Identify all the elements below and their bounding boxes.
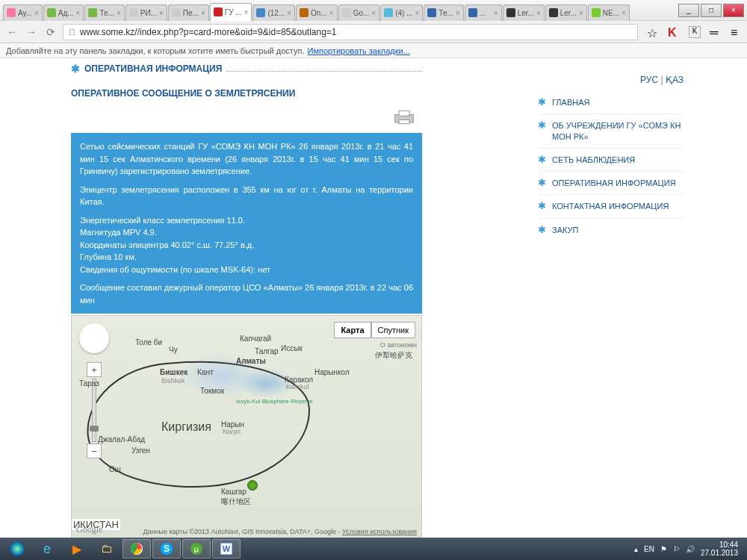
bookmarks-hint-text: Добавляйте на эту панель закладки, к кот… <box>6 46 304 55</box>
browser-tab[interactable]: Те...× <box>84 4 124 21</box>
tab-close-icon[interactable]: × <box>371 9 376 17</box>
taskbar-media[interactable]: ▶ <box>63 539 91 559</box>
sidebar-item[interactable]: ✱КОНТАКТНАЯ ИНФОРМАЦИЯ <box>538 194 684 217</box>
browser-tab[interactable]: Ler...× <box>503 4 545 21</box>
wrench-icon[interactable]: ═ <box>710 26 722 38</box>
epicenter-marker[interactable] <box>247 480 258 491</box>
browser-tab[interactable]: Те...× <box>424 4 463 21</box>
browser-tab[interactable]: РИ...× <box>125 4 167 21</box>
tray-lang[interactable]: EN <box>644 545 654 553</box>
browser-tab[interactable]: Ад...× <box>43 4 84 21</box>
map-city-karakol-en: Karakol <box>286 383 309 391</box>
map-terms-link[interactable]: Условия использования <box>342 528 417 535</box>
browser-tab[interactable]: Пе...× <box>168 4 209 21</box>
tab-close-icon[interactable]: × <box>117 9 121 17</box>
url-input[interactable]: 🗋 www.some.kz//index.php?p=card-more&oid… <box>63 24 638 40</box>
asterisk-icon: ✱ <box>538 155 546 164</box>
tab-close-icon[interactable]: × <box>159 9 164 17</box>
sidebar-item-label: ОБ УЧРЕЖДЕНИИ ГУ «СОМЭ КН МОН РК» <box>552 120 684 142</box>
tab-close-icon[interactable]: × <box>579 9 583 17</box>
browser-toolbar: ← → ⟳ 🗋 www.some.kz//index.php?p=card-mo… <box>0 21 747 43</box>
taskbar-skype[interactable]: S <box>152 539 181 559</box>
map-city-bishkek: Бишкек <box>160 368 187 376</box>
map-tab-map[interactable]: Карта <box>334 322 371 338</box>
tray-sound-icon[interactable]: 🔊 <box>686 545 695 553</box>
browser-tab[interactable]: (4) ...× <box>380 4 423 21</box>
extension-icon[interactable]: K <box>689 26 701 38</box>
svg-text:W: W <box>223 544 231 553</box>
tab-close-icon[interactable]: × <box>622 9 626 17</box>
browser-tab[interactable]: Ау...× <box>3 4 43 21</box>
browser-tabs: Ау...×Ад...×Те...×РИ...×Пе...×ГУ ...×(12… <box>3 0 677 21</box>
window-close-button[interactable]: × <box>723 4 744 17</box>
lang-kaz-link[interactable]: ҚАЗ <box>666 75 684 85</box>
browser-tab[interactable]: Ler...× <box>545 4 587 21</box>
taskbar-explorer[interactable]: 🗀 <box>93 539 121 559</box>
import-bookmarks-link[interactable]: Импортировать закладки... <box>307 46 409 55</box>
print-button[interactable] <box>78 109 415 128</box>
map-tab-satellite[interactable]: Спутник <box>371 322 415 338</box>
tab-close-icon[interactable]: × <box>287 9 291 17</box>
sidebar-item[interactable]: ✱ОБ УЧРЕЖДЕНИИ ГУ «СОМЭ КН МОН РК» <box>538 113 684 148</box>
tab-close-icon[interactable]: × <box>494 9 498 17</box>
map-city-talgar: Талгар <box>255 347 279 355</box>
tray-up-icon[interactable]: ▴ <box>634 545 638 553</box>
kaspersky-icon[interactable]: K <box>668 26 680 38</box>
menu-icon[interactable]: ≡ <box>731 26 743 38</box>
map-zoom-in-button[interactable]: + <box>87 362 102 377</box>
nav-back-button[interactable]: ← <box>4 25 19 40</box>
report-p3: Энергетический класс землетрясения 11.0.… <box>80 214 413 276</box>
report-footer: Сообщение составил дежурный оператор ЦСО… <box>80 281 413 306</box>
map-city-kant: Кант <box>197 368 214 376</box>
svg-rect-1 <box>399 111 409 116</box>
browser-tab[interactable]: Go...× <box>338 4 380 21</box>
tab-close-icon[interactable]: × <box>244 8 249 16</box>
tab-close-icon[interactable]: × <box>536 9 541 17</box>
map-widget[interactable]: + − Карта Спутник О автономн 伊犁哈萨克 Тараз… <box>71 315 422 539</box>
taskbar-chrome[interactable] <box>123 539 151 559</box>
sidebar-item-label: ЗАКУП <box>552 225 578 235</box>
tab-close-icon[interactable]: × <box>329 9 334 17</box>
browser-tab[interactable]: (12...× <box>252 4 295 21</box>
asterisk-icon: ✱ <box>538 97 546 107</box>
browser-tab[interactable]: NE...× <box>588 4 630 21</box>
lang-rus-link[interactable]: РУС <box>640 75 658 85</box>
browser-tab[interactable]: ГУ ...× <box>210 3 252 21</box>
sidebar-item-label: СЕТЬ НАБЛЮДЕНИЯ <box>552 155 635 165</box>
map-zoom-slider[interactable] <box>92 379 96 442</box>
window-minimize-button[interactable]: _ <box>678 4 699 17</box>
url-text: www.some.kz//index.php?p=card-more&oid=9… <box>80 27 337 37</box>
tray-flag-icon[interactable]: ⚐ <box>673 545 680 553</box>
sidebar-item[interactable]: ✱ГЛАВНАЯ <box>538 91 684 113</box>
nav-reload-button[interactable]: ⟳ <box>43 25 58 40</box>
asterisk-icon: ✱ <box>538 178 546 187</box>
taskbar-ie[interactable]: e <box>33 539 61 559</box>
tab-close-icon[interactable]: × <box>76 9 81 17</box>
taskbar-utorrent[interactable]: µ <box>182 539 211 559</box>
map-zoom-out-button[interactable]: − <box>87 444 102 458</box>
tab-close-icon[interactable]: × <box>456 9 460 17</box>
map-city-kashgar: Кашгар <box>221 488 247 496</box>
windows-taskbar: e ▶ 🗀 S µ W ▴ EN ⚑ ⚐ 🔊 10:44 27.01.2013 <box>0 538 747 560</box>
breadcrumb-label: ОПЕРАТИВНАЯ ИНФОРМАЦИЯ <box>84 63 222 74</box>
tray-clock[interactable]: 10:44 27.01.2013 <box>701 541 738 557</box>
map-zoom-control: + − <box>87 362 102 458</box>
sidebar-item[interactable]: ✱ЗАКУП <box>538 218 684 241</box>
taskbar-word[interactable]: W <box>212 539 241 559</box>
map-pan-control[interactable] <box>79 323 109 353</box>
sidebar-item[interactable]: ✱ОПЕРАТИВНАЯ ИНФОРМАЦИЯ <box>538 171 684 194</box>
sidebar-item[interactable]: ✱СЕТЬ НАБЛЮДЕНИЯ <box>538 148 684 171</box>
tray-message-icon[interactable]: ⚑ <box>660 545 667 553</box>
tab-close-icon[interactable]: × <box>34 9 39 17</box>
nav-forward-button[interactable]: → <box>24 25 39 40</box>
browser-tab[interactable]: On...× <box>296 4 338 21</box>
tab-close-icon[interactable]: × <box>415 9 420 17</box>
bookmark-star-icon[interactable]: ☆ <box>647 26 659 38</box>
tab-close-icon[interactable]: × <box>201 9 205 17</box>
window-maximize-button[interactable]: □ <box>701 4 722 17</box>
language-switcher: РУС | ҚАЗ <box>538 75 684 85</box>
map-credits: Данные карты ©2013 AutoNavi, GIS Innovat… <box>143 528 417 535</box>
browser-tab[interactable]: ...× <box>465 4 502 21</box>
start-button[interactable] <box>3 539 31 559</box>
sidebar-menu: ✱ГЛАВНАЯ✱ОБ УЧРЕЖДЕНИИ ГУ «СОМЭ КН МОН Р… <box>538 91 684 241</box>
